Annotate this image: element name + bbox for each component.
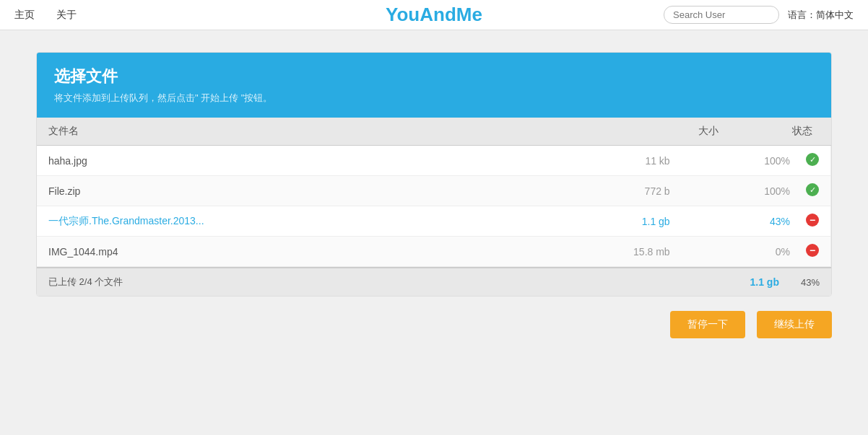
- file-percent: 0%: [682, 237, 794, 267]
- file-table-body: haha.jpg 11 kb 100% File.zip 772 b 100% …: [37, 146, 830, 267]
- file-percent: 43%: [682, 206, 794, 237]
- file-percent: 100%: [682, 176, 794, 206]
- file-list-scroll[interactable]: haha.jpg 11 kb 100% File.zip 772 b 100% …: [37, 146, 831, 267]
- footer-summary: 已上传 2/4 个文件: [48, 276, 123, 289]
- action-buttons: 暂停一下 继续上传: [36, 296, 832, 338]
- header-right: 语言：简体中文: [664, 6, 854, 24]
- file-status: [794, 237, 830, 267]
- col-header-status: 状态: [773, 118, 831, 146]
- app-logo: YouAndMe: [386, 4, 482, 26]
- file-row: IMG_1044.mp4 15.8 mb 0%: [37, 237, 830, 267]
- upload-subtitle: 将文件添加到上传队列，然后点击" 开始上传 "按钮。: [54, 92, 814, 105]
- app-header: 主页 关于 YouAndMe 语言：简体中文: [0, 0, 868, 30]
- main-content: 选择文件 将文件添加到上传队列，然后点击" 开始上传 "按钮。 文件名 大小 状…: [0, 30, 868, 360]
- footer-total-size: 1.1 gb: [750, 276, 801, 288]
- language-selector[interactable]: 语言：简体中文: [788, 9, 854, 22]
- file-name: IMG_1044.mp4: [37, 237, 520, 267]
- main-nav: 主页 关于: [14, 9, 77, 22]
- file-name: File.zip: [37, 176, 520, 206]
- file-row: 一代宗师.The.Grandmaster.2013... 1.1 gb 43%: [37, 206, 830, 237]
- status-icon-success: [806, 183, 819, 196]
- footer-total-percent: 43%: [801, 277, 820, 288]
- upload-widget: 选择文件 将文件添加到上传队列，然后点击" 开始上传 "按钮。 文件名 大小 状…: [36, 52, 832, 296]
- status-icon-error: [806, 244, 819, 257]
- file-row: File.zip 772 b 100%: [37, 176, 830, 206]
- file-status: [794, 146, 830, 176]
- file-status: [794, 206, 830, 237]
- file-table-header: 文件名 大小 状态: [37, 118, 831, 146]
- upload-footer: 已上传 2/4 个文件 1.1 gb 43%: [37, 267, 831, 296]
- upload-header: 选择文件 将文件添加到上传队列，然后点击" 开始上传 "按钮。: [37, 53, 831, 118]
- status-icon-error: [806, 214, 819, 227]
- col-header-size: 大小: [420, 118, 730, 146]
- continue-button[interactable]: 继续上传: [757, 311, 832, 338]
- upload-title: 选择文件: [54, 66, 814, 87]
- file-name: haha.jpg: [37, 146, 520, 176]
- status-icon-success: [806, 153, 819, 166]
- col-header-percent: [730, 118, 773, 146]
- nav-about[interactable]: 关于: [56, 9, 77, 22]
- file-size: 11 kb: [520, 146, 681, 176]
- col-header-name: 文件名: [37, 118, 420, 146]
- file-name: 一代宗师.The.Grandmaster.2013...: [37, 206, 520, 237]
- file-size: 15.8 mb: [520, 237, 681, 267]
- file-row: haha.jpg 11 kb 100%: [37, 146, 830, 176]
- pause-button[interactable]: 暂停一下: [670, 311, 745, 338]
- file-size: 1.1 gb: [520, 206, 681, 237]
- file-size: 772 b: [520, 176, 681, 206]
- nav-home[interactable]: 主页: [14, 9, 35, 22]
- file-percent: 100%: [682, 146, 794, 176]
- search-input[interactable]: [664, 6, 779, 24]
- file-status: [794, 176, 830, 206]
